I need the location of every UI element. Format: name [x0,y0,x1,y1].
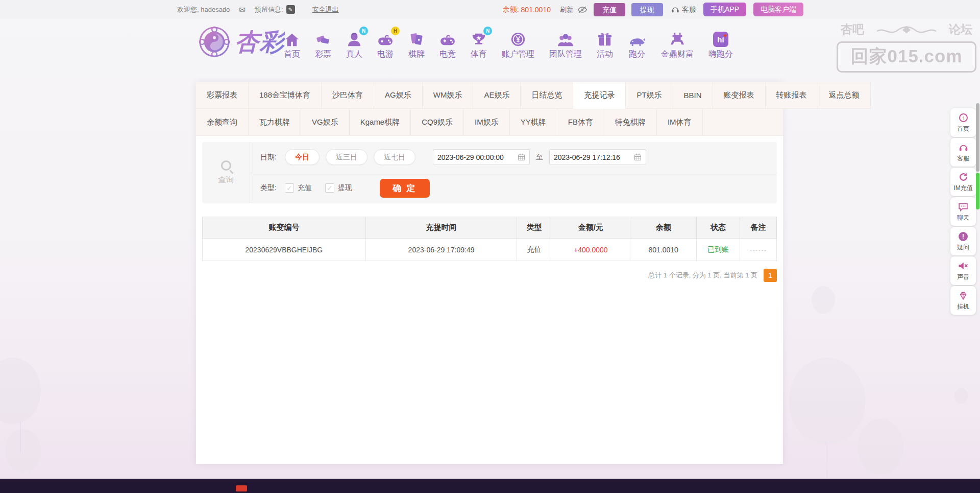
tab-chongtijilu-active[interactable]: 充提记录 [573,82,626,109]
tab-ag[interactable]: AG娱乐 [374,82,423,109]
calendar-icon[interactable] [634,153,642,161]
balloon-string [826,442,826,478]
checkbox-icon: ✓ [285,183,294,193]
date-from-input[interactable]: 2023-06-29 00:00:00 [433,149,530,165]
balance-value: 801.0010 [519,6,551,14]
balloon-string [20,422,21,453]
nav-item-team[interactable]: 团队管理 [549,30,582,60]
mail-icon[interactable]: ✉ [239,5,246,14]
tab-shaba[interactable]: 沙巴体育 [322,82,374,109]
pc-client-button[interactable]: 电脑客户端 [753,3,803,16]
tab-wm[interactable]: WM娱乐 [423,82,474,109]
confirm-button[interactable]: 确 定 [380,179,430,198]
cell-status: 已到账 [697,239,740,261]
logout-link[interactable]: 安全退出 [312,5,339,14]
nav-item-sports[interactable]: N 体育 [471,30,487,60]
confetti-decoration [954,388,968,404]
nav-item-boardgames[interactable]: 棋牌 [408,30,425,60]
nav-item-jinding[interactable]: 金鼎财富 [661,30,694,60]
pagination: 总计 1 个记录, 分为 1 页, 当前第 1 页 1 [648,269,777,282]
nav-item-account[interactable]: 账户管理 [502,30,534,60]
watermark-site-url: 回家015.com [837,41,976,73]
refresh-link[interactable]: 刷新 [560,5,573,14]
headset-icon [959,142,968,153]
mobile-app-button[interactable]: 手机APP [703,3,746,16]
footer-logo [236,485,247,491]
balloon-decoration [5,429,41,473]
question-alert-icon: ! [959,231,968,242]
checkbox-icon: ✓ [325,183,334,193]
tab-kgame[interactable]: Kgame棋牌 [350,109,411,136]
tab-zhangbianbaobiao[interactable]: 账变报表 [713,82,766,109]
sidebar-item-service[interactable]: 客服 [950,138,976,167]
col-status: 状态 [697,217,740,239]
watermark-left-text: 杏吧 [841,21,864,37]
pagination-summary: 总计 1 个记录, 分为 1 页, 当前第 1 页 [648,271,757,280]
type-withdraw-checkbox[interactable]: ✓ 提现 [325,183,352,193]
tab-wali[interactable]: 瓦力棋牌 [249,109,301,136]
sidebar-item-question[interactable]: ! 疑问 [950,227,976,255]
sidebar-item-sound[interactable]: 声音 [950,256,976,285]
records-table: 账变编号 充提时间 类型 金额/元 余额 状态 备注 20230629VBBGH… [202,217,777,261]
customer-service-link[interactable]: 客服 [671,5,696,14]
tab-rijiezonglan[interactable]: 日结总览 [521,82,573,109]
tab-ae[interactable]: AE娱乐 [473,82,521,109]
eye-off-icon[interactable] [577,6,587,14]
floating-sidebar: ↑ 首页 客服 IM充值 聊天 ! 疑问 声音 挂机 [950,108,976,315]
preset-3days-button[interactable]: 近三日 [326,149,368,165]
balloon-decoration [857,419,903,475]
coin-icon [510,30,526,47]
balloon-decoration [812,286,835,314]
nav-item-slots[interactable]: H 电游 [377,30,394,60]
tab-yy[interactable]: YY棋牌 [510,109,557,136]
cell-record-no: 20230629VBBGHEIJBG [203,239,366,261]
page-1-button[interactable]: 1 [764,269,777,282]
preset-7days-button[interactable]: 近七日 [374,149,415,165]
tab-im-yule[interactable]: IM娱乐 [464,109,510,136]
tab-fandianzonge[interactable]: 返点总额 [818,82,871,109]
scrollbar-track[interactable] [975,0,979,493]
tab-zhuanzhangbaobiao[interactable]: 转账报表 [766,82,818,109]
nav-item-esports[interactable]: 电竞 [439,30,456,60]
preset-today-button[interactable]: 今日 [285,149,320,165]
main-navigation: 首页 彩票 N 真人 H 电游 棋牌 电竞 N 体育 账户管理 [284,30,733,60]
col-remark: 备注 [740,217,777,239]
reserved-info-label: 预留信息: [255,5,283,14]
deposit-button[interactable]: 充值 [594,3,625,16]
new-badge: N [359,27,368,35]
nav-item-home[interactable]: 首页 [284,30,300,60]
cell-balance: 801.0010 [630,239,697,261]
tab-tetu[interactable]: 特兔棋牌 [604,109,657,136]
sidebar-item-home[interactable]: ↑ 首页 [950,108,976,137]
scroll-progress-indicator [976,173,979,209]
sidebar-item-chat[interactable]: 聊天 [950,197,976,226]
ding-icon [670,30,685,47]
nav-item-hipaofen[interactable]: hi 嗨跑分 [708,30,733,60]
tab-yuechaxun[interactable]: 余额查询 [196,109,249,136]
tab-188jinbaobo[interactable]: 188金宝博体育 [249,82,322,109]
nav-item-paofen[interactable]: 跑分 [628,30,646,60]
tab-fb[interactable]: FB体育 [557,109,604,136]
customer-service-label: 客服 [682,5,696,14]
tab-vg[interactable]: VG娱乐 [301,109,350,136]
sidebar-item-idle[interactable]: 挂机 [950,286,976,315]
flourish-icon [867,23,946,36]
type-deposit-checkbox[interactable]: ✓ 充值 [285,183,312,193]
date-to-input[interactable]: 2023-06-29 17:12:16 [549,149,646,165]
nav-item-promotions[interactable]: 活动 [597,30,613,60]
tab-bbin[interactable]: BBIN [673,82,713,109]
nav-item-lottery[interactable]: 彩票 [315,30,331,60]
tab-cq9[interactable]: CQ9娱乐 [411,109,464,136]
edit-icon[interactable]: ✎ [286,5,295,14]
scrollbar-thumb[interactable] [976,103,979,172]
calendar-icon[interactable] [518,153,525,161]
site-logo[interactable]: 杏彩 [198,26,285,58]
sidebar-item-im-recharge[interactable]: IM充值 [950,168,976,196]
hot-badge: H [391,27,400,35]
withdraw-button[interactable]: 提现 [631,3,663,16]
tab-caipiaobaobiao[interactable]: 彩票报表 [196,82,249,109]
tab-im-tiyu[interactable]: IM体育 [657,109,703,136]
nav-item-live[interactable]: N 真人 [346,30,362,60]
tab-pt[interactable]: PT娱乐 [626,82,673,109]
slots-gamepad-icon: H [377,30,394,47]
